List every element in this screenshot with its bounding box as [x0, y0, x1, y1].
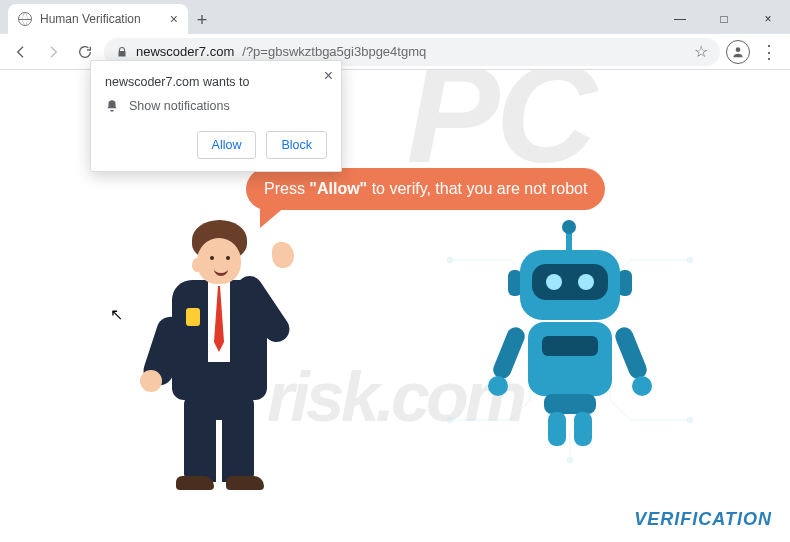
tab-title: Human Verification: [40, 12, 141, 26]
browser-tab[interactable]: Human Verification ×: [8, 4, 188, 34]
window-minimize-button[interactable]: —: [658, 4, 702, 34]
prompt-permission-text: Show notifications: [129, 99, 230, 113]
arrow-left-icon: [13, 44, 29, 60]
arrow-right-icon: [45, 44, 61, 60]
speech-text-bold: "Allow": [309, 180, 367, 197]
speech-text-post: to verify, that you are not robot: [367, 180, 587, 197]
svg-point-3: [447, 417, 453, 423]
url-host: newscoder7.com: [136, 44, 234, 59]
svg-point-2: [687, 257, 693, 263]
bell-icon: [105, 99, 119, 113]
globe-icon: [18, 12, 32, 26]
allow-button[interactable]: Allow: [197, 131, 257, 159]
new-tab-button[interactable]: +: [188, 6, 216, 34]
robot-illustration: [470, 230, 670, 460]
svg-point-6: [567, 457, 573, 463]
speech-bubble: Press "Allow" to verify, that you are no…: [246, 168, 605, 210]
window-close-button[interactable]: ×: [746, 4, 790, 34]
url-path: /?p=gbswkztbga5gi3bpge4tgmq: [242, 44, 426, 59]
notification-permission-prompt: × newscoder7.com wants to Show notificat…: [90, 60, 342, 172]
prompt-close-button[interactable]: ×: [324, 67, 333, 85]
lock-icon: [116, 46, 128, 58]
man-illustration: [132, 220, 302, 490]
tab-close-button[interactable]: ×: [170, 12, 178, 26]
svg-point-0: [736, 47, 741, 52]
person-icon: [731, 45, 745, 59]
back-button[interactable]: [8, 39, 34, 65]
svg-point-4: [687, 417, 693, 423]
block-button[interactable]: Block: [266, 131, 327, 159]
profile-avatar-button[interactable]: [726, 40, 750, 64]
prompt-origin-text: newscoder7.com wants to: [105, 75, 327, 89]
svg-point-1: [447, 257, 453, 263]
forward-button[interactable]: [40, 39, 66, 65]
browser-menu-button[interactable]: ⋮: [756, 41, 782, 63]
speech-text-pre: Press: [264, 180, 309, 197]
bookmark-star-icon[interactable]: ☆: [694, 42, 708, 61]
reload-icon: [77, 44, 93, 60]
window-titlebar: Human Verification × + — □ ×: [0, 0, 790, 34]
verification-footer-label: VERIFICATION: [634, 509, 772, 530]
window-maximize-button[interactable]: □: [702, 4, 746, 34]
